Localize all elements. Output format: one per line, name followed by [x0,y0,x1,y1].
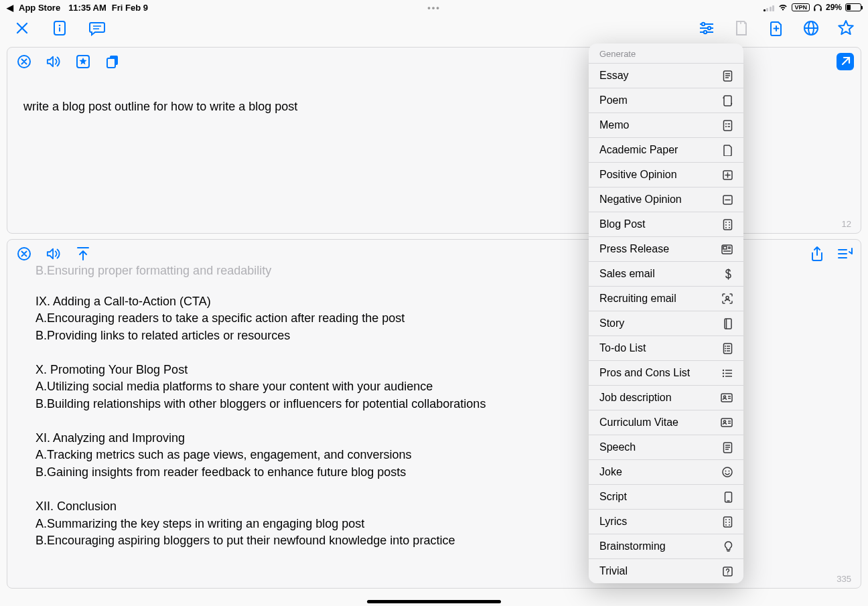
svg-rect-0 [814,8,815,11]
dropdown-item-academic-paper[interactable]: Academic Paper [589,137,743,162]
open-external-button[interactable] [837,53,854,70]
svg-point-86 [729,524,730,526]
newspaper-icon [721,244,733,254]
dropdown-item-speech[interactable]: Speech [589,435,743,459]
svg-point-29 [725,126,727,127]
svg-rect-27 [724,121,732,131]
dropdown-item-pros-and-cons-list[interactable]: Pros and Cons List [589,360,743,385]
svg-point-76 [725,471,727,472]
favorite-button[interactable] [837,19,855,37]
speak-output-button[interactable] [46,246,61,261]
close-button[interactable] [13,19,31,37]
svg-point-36 [725,222,727,223]
svg-point-75 [723,467,732,477]
dropdown-item-label: Job description [599,392,672,404]
svg-rect-19 [107,58,115,68]
dropdown-item-label: Memo [599,119,629,131]
svg-point-39 [729,224,730,226]
clear-output-button[interactable] [17,246,31,261]
doc-text-icon [723,442,733,453]
dropdown-item-blog-post[interactable]: Blog Post [589,212,743,236]
dropdown-item-essay[interactable]: Essay [589,63,743,88]
clear-button[interactable] [17,54,31,69]
list-doc-icon [723,343,733,354]
svg-rect-80 [724,517,732,527]
person-viewfinder-icon [722,293,733,304]
back-app-label[interactable]: App Store [19,3,60,13]
svg-point-37 [729,222,730,223]
dropdown-item-press-release[interactable]: Press Release [589,236,743,261]
back-chevron-icon[interactable]: ◀ [7,3,13,13]
list-settings-button[interactable] [698,19,715,37]
dropdown-item-label: Lyrics [599,516,627,528]
dropdown-item-to-do-list[interactable]: To-do List [589,335,743,360]
status-date: Fri Feb 9 [112,3,148,13]
svg-point-38 [725,224,727,226]
dropdown-item-label: Script [599,491,627,503]
home-indicator[interactable] [367,600,501,603]
favorite-prompt-button[interactable] [76,54,90,69]
dropdown-item-negative-opinion[interactable]: Negative Opinion [589,187,743,212]
status-bar: ◀ App Store 11:35 AM Fri Feb 9 ••• VPN 2… [0,0,868,15]
dropdown-item-label: Essay [599,70,629,82]
multitask-dots-icon[interactable]: ••• [427,3,441,13]
doc-icon [723,145,733,156]
vpn-badge: VPN [792,3,810,11]
question-square-icon [723,566,733,577]
svg-rect-67 [721,419,732,427]
scroll-top-button[interactable] [76,246,90,261]
dropdown-item-positive-opinion[interactable]: Positive Opinion [589,162,743,187]
dropdown-item-memo[interactable]: Memo [589,112,743,137]
output-word-count: 335 [837,574,851,584]
dropdown-item-job-description[interactable]: Job description [589,385,743,410]
info-button[interactable] [51,19,68,37]
scroll-icon [723,95,733,106]
dropdown-item-story[interactable]: Story [589,311,743,335]
dropdown-item-brainstorming[interactable]: Brainstorming [589,534,743,558]
dropdown-item-label: To-do List [599,342,646,354]
dropdown-item-recruiting-email[interactable]: Recruiting email [589,286,743,311]
smiley-icon [722,467,733,477]
app-toolbar [0,15,868,42]
globe-button[interactable] [802,19,820,37]
add-doc-button[interactable] [768,19,785,37]
svg-point-10 [702,23,705,25]
svg-point-40 [725,227,727,228]
insert-button[interactable] [837,245,854,262]
plus-square-icon [723,170,733,180]
svg-point-64 [723,396,725,398]
dropdown-item-sales-email[interactable]: Sales email [589,261,743,286]
dropdown-header: Generate [589,44,743,63]
dropdown-item-label: Brainstorming [599,540,666,552]
svg-point-47 [726,297,729,299]
dropdown-item-curriculum-vitae[interactable]: Curriculum Vitae [589,410,743,435]
grid-doc-icon [723,219,733,230]
dropdown-item-lyrics[interactable]: Lyrics [589,509,743,534]
copy-button[interactable] [105,54,120,69]
dropdown-item-poem[interactable]: Poem [589,88,743,112]
dropdown-item-trivial[interactable]: Trivial [589,558,743,583]
chat-button[interactable] [88,19,106,37]
wifi-icon [778,3,788,11]
svg-point-68 [723,421,725,423]
id-card-icon [721,393,733,402]
share-button[interactable] [808,245,826,262]
svg-point-12 [704,31,707,33]
svg-point-57 [723,369,724,370]
minus-square-icon [723,195,733,205]
dropdown-item-script[interactable]: Script [589,484,743,509]
svg-point-41 [729,227,730,228]
svg-point-83 [725,522,727,523]
headphones-icon [813,3,822,12]
dropdown-item-joke[interactable]: Joke [589,459,743,484]
cellular-signal-icon [764,4,775,11]
book-icon [723,318,733,329]
speaker-button[interactable] [46,54,61,69]
templates-button[interactable] [733,19,750,37]
prompt-word-count: 12 [842,219,851,229]
battery-percent: 29% [826,3,842,12]
svg-point-59 [723,372,724,374]
dropdown-item-label: Story [599,317,624,329]
dropdown-item-label: Positive Opinion [599,169,677,181]
svg-point-28 [725,123,727,125]
